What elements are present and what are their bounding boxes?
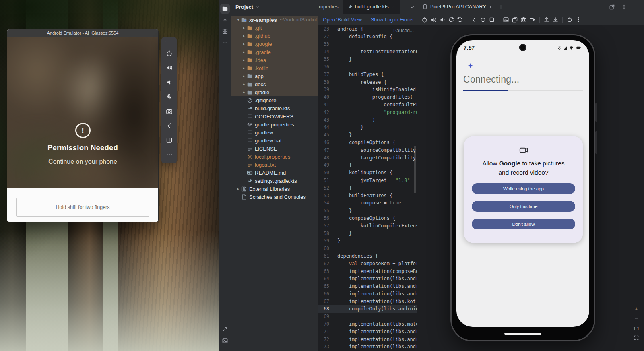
- zoom-out-button[interactable]: −: [633, 315, 640, 322]
- code-line-38[interactable]: 38 release {: [318, 78, 417, 86]
- tab-pixel-9-pro-api-canary[interactable]: Pixel 9 Pro API CANARY: [421, 0, 494, 14]
- chevron-right-icon[interactable]: ▸: [241, 74, 247, 78]
- rotate-right-button[interactable]: [457, 17, 463, 23]
- android-emulator-window[interactable]: Android Emulator - AI_Glasses:5554 Permi…: [7, 29, 159, 222]
- tree-item-license[interactable]: LICENSE: [231, 145, 318, 153]
- tree-item-build-gradle-kts[interactable]: build.gradle.kts: [231, 104, 318, 112]
- volume-down-button[interactable]: [162, 75, 176, 89]
- upload-button[interactable]: [543, 17, 550, 23]
- volume-down-button[interactable]: [439, 17, 446, 23]
- tree-item-google[interactable]: ▸.google: [231, 40, 318, 48]
- code-line-34[interactable]: 34 testInstrumentationR: [318, 48, 417, 56]
- tree-item-app[interactable]: ▸app: [231, 72, 318, 80]
- chevron-right-icon[interactable]: ▸: [241, 90, 247, 94]
- tool-build-button[interactable]: [220, 324, 230, 334]
- editor-scrollbar[interactable]: [414, 146, 416, 193]
- tree-item-github[interactable]: ▸.github: [231, 32, 318, 40]
- code-line-46[interactable]: 46 compileOptions {: [318, 139, 417, 147]
- code-line-44[interactable]: 44 }: [318, 124, 417, 131]
- code-line-45[interactable]: 45 }: [318, 131, 417, 139]
- chevron-right-icon[interactable]: ▸: [241, 42, 247, 46]
- open-build-view-link[interactable]: Open 'Build' View: [323, 17, 362, 23]
- close-tab-icon[interactable]: [489, 5, 493, 9]
- tree-item-local-properties[interactable]: local.properties: [231, 153, 318, 161]
- tool-project-button[interactable]: [220, 4, 230, 14]
- video-button[interactable]: [529, 17, 536, 23]
- code-line-59[interactable]: 59}: [318, 237, 417, 245]
- code-line-71[interactable]: 71 implementation(libs.andr: [318, 328, 417, 336]
- code-line-58[interactable]: 58 }: [318, 230, 417, 237]
- code-line-35[interactable]: 35 }: [318, 56, 417, 63]
- zoom-fit-button[interactable]: [633, 335, 640, 341]
- code-line-51[interactable]: 51 jvmTarget = "1.8": [318, 177, 417, 184]
- zoom-in-button[interactable]: +: [633, 305, 640, 312]
- code-line-41[interactable]: 41 getDefaultPr: [318, 101, 417, 109]
- tool-structure-button[interactable]: [220, 27, 230, 36]
- tree-item-settings-gradle-kts[interactable]: settings.gradle.kts: [231, 177, 318, 185]
- chevron-right-icon[interactable]: ▸: [241, 34, 247, 38]
- code-line-33[interactable]: 33: [318, 41, 417, 48]
- tab-gradle-properties[interactable]: roperties: [318, 0, 343, 14]
- chevron-right-icon[interactable]: ▸: [241, 82, 247, 86]
- volume-up-button[interactable]: [162, 60, 176, 75]
- emulator-screen[interactable]: Permission Needed Continue on your phone: [7, 37, 158, 188]
- chevron-right-icon[interactable]: ▸: [241, 50, 247, 54]
- tree-item-gradle[interactable]: ▸.gradle: [231, 48, 318, 56]
- code-line-40[interactable]: 40 proguardFiles(: [318, 93, 417, 101]
- tree-item-xr-samples[interactable]: ▾xr-samples~/AndroidStudioProj: [231, 16, 318, 24]
- back-button[interactable]: [471, 17, 477, 23]
- popout-icon[interactable]: [609, 4, 615, 10]
- code-line-60[interactable]: 60: [318, 245, 417, 252]
- tree-item-kotlin[interactable]: ▸.kotlin: [231, 64, 318, 72]
- code-editor[interactable]: 23android {27 defaultConfig {3334 testIn…: [318, 25, 417, 351]
- code-line-63[interactable]: 63 implementation(composeBo: [318, 268, 417, 275]
- tree-item-git[interactable]: ▸.git: [231, 24, 318, 32]
- code-line-48[interactable]: 48 targetCompatibility: [318, 154, 417, 162]
- code-line-69[interactable]: 69: [318, 313, 417, 320]
- back-button[interactable]: [162, 118, 176, 133]
- tree-item-scratches-and-consoles[interactable]: Scratches and Consoles: [231, 193, 318, 201]
- show-log-in-finder-link[interactable]: Show Log in Finder: [371, 17, 414, 23]
- code-line-61[interactable]: 61dependencies {: [318, 252, 417, 260]
- project-panel-title[interactable]: Project: [235, 4, 253, 10]
- camera-button[interactable]: [162, 104, 176, 118]
- fold-button[interactable]: [162, 133, 176, 147]
- code-line-54[interactable]: 54 compose = true: [318, 199, 417, 207]
- close-tab-icon[interactable]: [391, 5, 396, 9]
- tree-item-logcat-txt[interactable]: logcat.txt: [231, 161, 318, 169]
- download-button[interactable]: [552, 17, 559, 23]
- code-line-37[interactable]: 37 buildTypes {: [318, 71, 417, 78]
- overview-button[interactable]: [489, 17, 495, 23]
- hidden-tabs-button[interactable]: [409, 0, 415, 14]
- project-panel-header[interactable]: Project: [231, 0, 318, 14]
- code-line-73[interactable]: 73 implementation(libs.andr: [318, 343, 417, 351]
- more-button[interactable]: [162, 147, 176, 162]
- code-line-62[interactable]: 62 val composeBom = platfor: [318, 260, 417, 268]
- code-line-47[interactable]: 47 sourceCompatibility: [318, 147, 417, 154]
- code-line-66[interactable]: 66 implementation(libs.andr: [318, 290, 417, 298]
- tree-item-gradle-properties[interactable]: gradle.properties: [231, 120, 318, 128]
- don-t-allow-button[interactable]: Don't allow: [472, 219, 575, 229]
- device-screen[interactable]: 7:57 Connecting... Allow Google to take …: [456, 40, 589, 327]
- chevron-right-icon[interactable]: ▸: [241, 58, 247, 62]
- code-line-36[interactable]: 36: [318, 63, 417, 71]
- tool-terminal-button[interactable]: [220, 336, 230, 345]
- tree-item-readme-md[interactable]: README.md: [231, 169, 318, 177]
- code-line-49[interactable]: 49 }: [318, 161, 417, 169]
- code-line-27[interactable]: 27 defaultConfig {: [318, 33, 417, 41]
- minimize-icon[interactable]: [633, 4, 639, 10]
- tool-commit-button[interactable]: [220, 15, 230, 25]
- code-line-67[interactable]: 67 implementation(libs.kotl: [318, 298, 417, 306]
- tree-item-gradle[interactable]: ▸gradle: [231, 88, 318, 96]
- code-line-53[interactable]: 53 buildFeatures {: [318, 192, 417, 200]
- mic-off-button[interactable]: [162, 89, 176, 104]
- zoom-reset-button[interactable]: 1:1: [633, 325, 640, 332]
- code-line-72[interactable]: 72 implementation(libs.andr: [318, 336, 417, 343]
- code-line-65[interactable]: 65 implementation(libs.andr: [318, 283, 417, 290]
- screenshot-button[interactable]: [503, 17, 509, 23]
- tree-item-docs[interactable]: ▸docs: [231, 80, 318, 88]
- chevron-right-icon[interactable]: ▸: [241, 26, 247, 30]
- kebab-button[interactable]: [575, 17, 582, 23]
- code-line-55[interactable]: 55 }: [318, 207, 417, 215]
- code-line-50[interactable]: 50 kotlinOptions {: [318, 169, 417, 177]
